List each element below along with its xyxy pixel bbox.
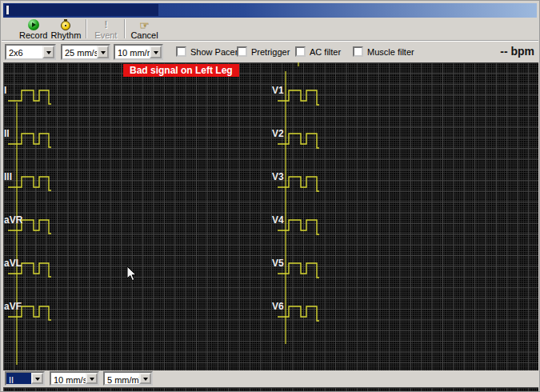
toolbar-separator xyxy=(86,19,87,38)
cancel-button-label: Cancel xyxy=(130,31,158,40)
lead-label-aVL: aVL xyxy=(4,258,22,269)
record-icon xyxy=(28,19,39,30)
gain-select[interactable]: 10 mm/mV xyxy=(114,44,163,60)
rhythm-speed-value: 10 mm/sec xyxy=(51,373,86,384)
lead-label-V2: V2 xyxy=(272,129,284,139)
pretrigger-label: Pretrigger xyxy=(251,47,290,57)
muscle-filter-label: Muscle filter xyxy=(367,47,414,57)
lead-label-V4: V4 xyxy=(272,215,284,226)
ecg-display: Bad signal on Left Leg IIIIIIaVRaVLaVFV1… xyxy=(3,62,538,370)
rhythm-lead-value: II xyxy=(6,373,31,384)
ecg-recorder-window: Record Rhythm ! Event ☞ Cancel 2x6 25 mm… xyxy=(0,0,540,392)
event-button: ! Event xyxy=(90,18,121,40)
lead-label-V5: V5 xyxy=(272,258,284,269)
chevron-down-icon[interactable] xyxy=(150,46,162,58)
title-bar-text-area xyxy=(5,4,158,16)
ecg-traces xyxy=(3,62,538,370)
rhythm-strip-controls: II 10 mm/sec 5 mm/mV xyxy=(2,370,538,387)
chevron-down-icon[interactable] xyxy=(139,373,151,384)
lead-label-V6: V6 xyxy=(272,302,284,312)
gain-select-value: 10 mm/mV xyxy=(115,46,150,58)
lead-label-V1: V1 xyxy=(272,86,284,96)
rhythm-gain-value: 5 mm/mV xyxy=(105,373,139,384)
chevron-down-icon[interactable] xyxy=(31,373,43,384)
bottom-grid-strip xyxy=(3,387,538,392)
checkbox-unchecked-icon[interactable] xyxy=(237,46,247,57)
pointing-hand-icon: ☞ xyxy=(139,19,150,30)
sweep-speed-value: 25 mm/sec xyxy=(62,46,97,58)
event-button-label: Event xyxy=(94,31,117,40)
rhythm-button[interactable]: Rhythm xyxy=(49,18,82,40)
chevron-down-icon[interactable] xyxy=(42,46,54,58)
lead-label-aVF: aVF xyxy=(4,302,22,312)
ac-filter-label: AC filter xyxy=(310,47,341,57)
checkbox-unchecked-icon[interactable] xyxy=(295,46,306,57)
pretrigger-checkbox[interactable]: Pretrigger xyxy=(237,46,290,57)
record-button-label: Record xyxy=(19,31,47,40)
exclamation-icon: ! xyxy=(104,19,107,30)
lead-label-V3: V3 xyxy=(272,172,284,182)
lead-label-II: II xyxy=(4,129,10,139)
sweep-speed-select[interactable]: 25 mm/sec xyxy=(61,44,110,60)
rhythm-lead-select[interactable]: II xyxy=(5,371,45,386)
chevron-down-icon[interactable] xyxy=(86,373,98,384)
show-pacer-checkbox[interactable]: Show Pacer xyxy=(176,46,238,57)
rhythm-button-label: Rhythm xyxy=(50,31,81,40)
chevron-down-icon[interactable] xyxy=(97,46,109,58)
heart-rate-display: -- bpm xyxy=(500,45,534,58)
toolbar: Record Rhythm ! Event ☞ Cancel xyxy=(2,18,538,41)
rhythm-speed-select[interactable]: 10 mm/sec xyxy=(50,371,99,386)
toolbar-separator xyxy=(124,19,126,38)
ac-filter-checkbox[interactable]: AC filter xyxy=(295,46,341,57)
layout-select-value: 2x6 xyxy=(6,46,42,58)
lead-label-III: III xyxy=(4,172,12,182)
mouse-cursor xyxy=(126,266,137,282)
cancel-button[interactable]: ☞ Cancel xyxy=(129,18,159,40)
checkbox-unchecked-icon[interactable] xyxy=(176,46,186,57)
acquisition-controls: 2x6 25 mm/sec 10 mm/mV Show Pacer Pretri… xyxy=(2,41,538,62)
bad-signal-alert: Bad signal on Left Leg xyxy=(123,64,239,77)
rhythm-gain-select[interactable]: 5 mm/mV xyxy=(103,371,153,386)
muscle-filter-checkbox[interactable]: Muscle filter xyxy=(353,46,414,57)
stopwatch-icon xyxy=(61,21,70,30)
title-bar[interactable] xyxy=(3,3,537,18)
window-icon xyxy=(6,6,9,14)
lead-label-aVR: aVR xyxy=(4,215,22,226)
layout-select[interactable]: 2x6 xyxy=(5,44,56,60)
checkbox-unchecked-icon[interactable] xyxy=(353,46,363,57)
lead-label-I: I xyxy=(4,86,6,96)
record-button[interactable]: Record xyxy=(18,18,49,40)
show-pacer-label: Show Pacer xyxy=(190,47,238,57)
